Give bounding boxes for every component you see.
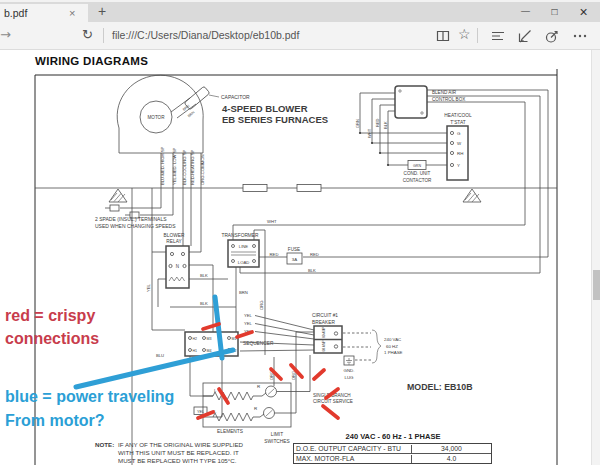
motor-wire-4: ORG-COMMON (200, 155, 205, 185)
tstat-term-g: G (457, 131, 461, 136)
limit-label-2: SWITCHES (264, 439, 289, 444)
contactor-coil-label: GRN (413, 164, 421, 168)
elements-label: ELEMENTS (217, 429, 243, 434)
new-tab-button[interactable]: + (91, 3, 113, 23)
spec-label: MAX. MOTOR-FLA (296, 455, 354, 462)
vertical-scrollbar[interactable] (591, 50, 600, 465)
wire-label-yel: YEL (244, 321, 253, 326)
line-label: LINE (239, 244, 249, 249)
breaker-label-1: CIRCUIT #1 (312, 313, 338, 318)
gnd-label-1: GND. (344, 368, 355, 373)
breaker-amp: 60 AMP (322, 327, 326, 338)
blower-motor: MOTOR CAPACITOR BRN BRN BLU-MED. HIGH SP… (117, 75, 250, 188)
relay-n: N (176, 264, 179, 269)
minimize-button[interactable]: — (511, 2, 540, 24)
pdf-tab[interactable]: b.pdf × (0, 4, 88, 24)
table-row: D.O.E. OUTPUT CAPACITY - BTU 34,000 (294, 444, 491, 453)
spade-terminals: 2 SPADE (INSUL.) TERMINALS USED WHEN CHA… (95, 188, 176, 229)
wire-label-yel: YEL (146, 283, 151, 292)
wire-label-blu: BLU (156, 353, 164, 358)
motor-wire-0: BLU-MED. HIGH SP (160, 146, 165, 185)
note-label: NOTE: (95, 441, 114, 448)
spec-table-header: 240 VAC - 60 Hz - 1 PHASE (293, 432, 493, 441)
red-mark (323, 406, 338, 418)
red-mark (237, 332, 252, 337)
diagram-title-2: EB SERIES FURNACES (222, 114, 328, 125)
motor-label: MOTOR (147, 115, 165, 120)
element-term-r: R (257, 384, 260, 389)
address-toolbar: → ↻ file:///C:/Users/Diana/Desktop/eb10b… (0, 22, 600, 50)
more-options-icon[interactable] (572, 28, 588, 44)
forward-icon[interactable]: → (0, 27, 11, 42)
wire-label-wht: WHT (267, 219, 277, 224)
spec-table: D.O.E. OUTPUT CAPACITY - BTU 34,000 MAX.… (293, 443, 492, 464)
supply-2: 60 HZ (386, 344, 398, 349)
annotation-blue-line-2: From motor? (5, 413, 105, 429)
motor-wire-2: BLK-COOLING SP (182, 149, 187, 185)
wire-label-grn: GRN (355, 119, 360, 128)
wire-label-red: RED (270, 252, 279, 257)
address-bar[interactable]: file:///C:/Users/Diana/Desktop/eb10b.pdf (112, 22, 299, 49)
wire-label-yel: YEL (244, 313, 253, 318)
wire-label-red: RED (375, 118, 380, 127)
motor-wire-3: RED-HEATING SP (190, 150, 195, 185)
motor-wire-1: YEL-MED. LOW SP (172, 148, 177, 185)
breaker-label-2: BREAKER (312, 320, 335, 325)
gnd-label-2: LUG (344, 375, 354, 380)
annotation-blue-line-1: blue = power traveling (5, 389, 174, 405)
capacitor-label: CAPACITOR (221, 94, 250, 100)
tstat-label-2: T'STAT (450, 120, 465, 125)
hub-icon[interactable] (490, 28, 506, 44)
model-label: MODEL: EB10B (407, 382, 473, 392)
note-line-3: MUST BE REPLACED WITH TYPE 105°C. (118, 457, 237, 464)
table-row: MAX. MOTOR-FLA 4.0 (294, 453, 491, 463)
blend-label-1: BLEND AIR (432, 90, 457, 95)
web-note-icon[interactable] (517, 28, 533, 44)
annotation-red-line-1: red = crispy (5, 308, 95, 324)
contactor-label-1: COND. UNIT (404, 171, 431, 176)
tstat-term-y: Y (457, 163, 460, 168)
relay-label-1: BLOWER (164, 233, 185, 238)
transformer-label: TRANSFORMER (221, 233, 259, 238)
transformer: TRANSFORMER LINE LOAD WHT FUSE 3A RED RE… (221, 219, 548, 355)
close-button[interactable]: × (569, 2, 598, 24)
wire-label-wht: WHT (367, 128, 372, 138)
share-icon[interactable] (544, 28, 560, 44)
wire-label-yel: YEL (197, 410, 204, 414)
blower-relay: BLOWER RELAY N YEL BLK BLK (146, 188, 237, 332)
wire-label-org: ORG (259, 300, 264, 310)
refresh-icon[interactable]: ↻ (82, 27, 93, 42)
blue-mark (76, 350, 233, 387)
maximize-button[interactable]: □ (540, 2, 569, 24)
wire-label-brn: BRN (187, 110, 196, 118)
scrollbar-thumb[interactable] (593, 270, 600, 300)
blend-label-2: CONTROL BOX (432, 97, 465, 102)
thermostat: HEAT/COOL T'STAT G W RH Y (444, 113, 472, 180)
seq-term-h1: H1 (193, 349, 198, 353)
diagram-title-1: 4-SPEED BLOWER (222, 103, 308, 114)
spec-label: D.O.E. OUTPUT CAPACITY - BTU (296, 445, 401, 452)
spade-note-1: 2 SPADE (INSUL.) TERMINALS (95, 216, 167, 222)
branch-label-2: CIRCUIT SERVICE (313, 399, 353, 404)
tab-title: b.pdf (4, 7, 27, 19)
load-label: LOAD (238, 260, 249, 265)
toolbar-divider-2 (477, 28, 478, 43)
favorites-star-icon[interactable]: ☆ (458, 26, 471, 42)
wire-label-blk: BLK (200, 273, 208, 278)
wire-label-blk: BLK (200, 301, 208, 306)
annotation-red-line-2: connections (5, 331, 99, 347)
contactor-label-2: CONTACTOR (403, 178, 432, 183)
wire-label-brn: BRN (182, 104, 191, 112)
wire-label-org: ORG (291, 371, 296, 380)
spade-note-2: USED WHEN CHANGING SPEEDS (95, 223, 176, 229)
seq-term-m3: M3 (207, 337, 212, 341)
tab-close-icon[interactable]: × (69, 7, 75, 19)
relay-label-2: RELAY (166, 239, 182, 244)
reading-view-icon[interactable] (435, 28, 451, 44)
red-mark (314, 370, 324, 379)
supply-1: 240 VAC (384, 337, 401, 342)
tstat-term-w: W (457, 141, 462, 146)
fuse-label: FUSE (288, 247, 300, 252)
element-term-l: L (214, 388, 217, 393)
blue-mark (215, 297, 222, 358)
